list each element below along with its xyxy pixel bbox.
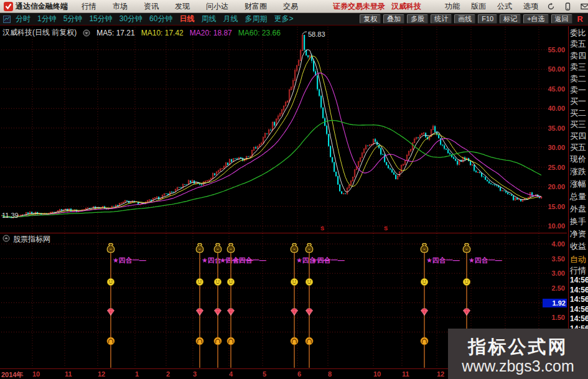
y-axis-label: 55.00 xyxy=(536,46,565,54)
right-panel-toggle[interactable]: R xyxy=(577,14,583,24)
period-tab-分时[interactable]: 分时 xyxy=(16,14,30,24)
smiley-icon xyxy=(227,278,234,285)
x-axis-label: 2 xyxy=(166,370,170,378)
period-tab-1分钟[interactable]: 1分钟 xyxy=(37,14,57,24)
toolbar-button-标记[interactable]: 标记 xyxy=(500,14,521,24)
menu-item-行情[interactable]: 行情 xyxy=(82,1,96,12)
gem-icon xyxy=(291,309,298,316)
panel-divider xyxy=(0,233,567,233)
refresh-icon[interactable] xyxy=(547,2,555,11)
indicator-panel-header: 股票指标网 xyxy=(2,234,50,245)
period-tab-日线[interactable]: 日线 xyxy=(179,14,194,24)
menu-item-选项[interactable]: 选项 xyxy=(523,1,538,12)
quote-row-label: 净资 xyxy=(570,228,588,240)
chart-title: 汉威科技(日线 前复权) xyxy=(2,27,77,38)
toolbar-button-+自选[interactable]: +自选 xyxy=(523,14,548,24)
indicator-current-value: 1.92 xyxy=(543,299,567,307)
smiley-icon xyxy=(421,278,427,285)
quote-row-label: 买五 xyxy=(570,142,588,153)
stock-name-alert[interactable]: 汉威科技 xyxy=(391,1,421,12)
watermark: 指标公式网 www.zbgs3.com xyxy=(448,329,588,379)
gem-icon xyxy=(108,309,114,316)
x-axis-label: 6 xyxy=(297,370,301,378)
gem-icon xyxy=(228,309,235,316)
x-axis-label: 11 xyxy=(402,370,409,378)
peak-price-label: 58.83 xyxy=(308,30,325,38)
period-tab-周线[interactable]: 周线 xyxy=(201,14,216,24)
main-menu: 行情市场资讯发现问小达财富圈交易 xyxy=(82,1,298,12)
gridlines xyxy=(1,27,566,368)
period-tab-30分钟[interactable]: 30分钟 xyxy=(119,14,142,24)
watermark-url: www.zbgs3.com xyxy=(448,357,588,375)
y-axis-label: 2.50 xyxy=(536,284,565,292)
money-bag-icon xyxy=(227,243,235,252)
smiley-icon xyxy=(214,278,221,285)
ingot-icon xyxy=(291,337,298,345)
y-axis-label: 40.00 xyxy=(536,105,565,112)
menu-item-发现[interactable]: 发现 xyxy=(175,1,190,12)
menu-item-资讯[interactable]: 资讯 xyxy=(144,1,159,12)
signal-label: ★四合一— xyxy=(113,256,146,264)
period-tab-月线[interactable]: 月线 xyxy=(223,14,238,24)
app-title: 通达信金融终端 xyxy=(16,1,68,12)
period-tab-60分钟[interactable]: 60分钟 xyxy=(149,14,172,24)
indicator-panel-title[interactable]: 股票指标网 xyxy=(13,234,50,245)
chart-mode-icon[interactable] xyxy=(3,16,11,23)
toolbar-button-多股[interactable]: 多股 xyxy=(407,14,428,24)
smiley-icon xyxy=(291,278,297,285)
ma-value-label: MA10: 17.42 xyxy=(141,29,184,37)
mobile-icon[interactable] xyxy=(564,2,572,11)
tick-time: 14:56 xyxy=(570,305,588,314)
quote-row-label: 卖一 xyxy=(570,85,588,96)
menu-item-市场[interactable]: 市场 xyxy=(113,1,128,12)
y-axis-label: 30.00 xyxy=(536,144,565,151)
quote-row-label: 买二 xyxy=(570,108,588,119)
chart-canvas[interactable]: ★四合一—★四合一—★四合一—★四合一—★四合一—★四合一—★四合一—★四合一—… xyxy=(0,0,588,379)
toolbar-button-F10[interactable]: F10 xyxy=(478,14,497,24)
menu-item-公式[interactable]: 公式 xyxy=(497,1,512,12)
quote-row-label: 买一 xyxy=(570,96,588,107)
menu-item-财富圈[interactable]: 财富圈 xyxy=(245,1,267,12)
collapse-icon[interactable] xyxy=(2,235,10,244)
toolbar-button-统计[interactable]: 统计 xyxy=(431,14,452,24)
money-bag-icon xyxy=(196,243,203,252)
mail-icon[interactable] xyxy=(581,2,588,11)
chart-header: 汉威科技(日线 前复权) MA5: 17.21MA10: 17.42MA20: … xyxy=(2,27,281,38)
smiley-icon xyxy=(107,278,114,285)
x-axis-label: 4 xyxy=(229,370,233,378)
toolbar-button-画线[interactable]: 画线 xyxy=(454,14,475,24)
trade-login-status[interactable]: 证券交易未登录 xyxy=(333,1,385,12)
toolbar-button-复权[interactable]: 复权 xyxy=(360,14,381,24)
toolbar-button-返回[interactable]: 返回 xyxy=(551,14,572,24)
toolbar-button-叠加[interactable]: 叠加 xyxy=(383,14,404,24)
tick-time: 14:56 xyxy=(570,314,588,323)
gem-icon xyxy=(306,309,313,316)
ingot-icon xyxy=(227,337,235,345)
y-axis-label: 45.00 xyxy=(536,85,565,93)
quote-row-label: 卖五 xyxy=(570,39,588,50)
ingot-icon xyxy=(306,337,313,345)
x-axis-label: 11 xyxy=(65,370,72,378)
ma-line xyxy=(2,121,541,217)
indicator-dropdown-icon[interactable] xyxy=(83,29,90,37)
menu-item-交易[interactable]: 交易 xyxy=(283,1,298,12)
y-axis-label: 1.50 xyxy=(536,314,565,321)
period-tab-多周期[interactable]: 多周期 xyxy=(245,14,267,24)
period-tab-5分钟[interactable]: 5分钟 xyxy=(63,14,83,24)
tdx-logo-icon xyxy=(4,2,13,11)
sidebar-quote-label: 行情 xyxy=(570,265,588,276)
ma-value-label: MA5: 17.21 xyxy=(96,29,134,37)
menu-item-功能[interactable]: 功能 xyxy=(445,1,460,12)
quote-row-label: 换手 xyxy=(570,216,588,227)
ingot-icon xyxy=(196,337,203,345)
quote-sidebar[interactable]: 委比卖五卖四卖三卖二卖一买一买二买三买四买五现价涨跌涨幅总量外盘换手净资收益自动… xyxy=(568,26,588,368)
period-tab-更多>[interactable]: 更多> xyxy=(274,14,293,24)
period-tab-15分钟[interactable]: 15分钟 xyxy=(89,14,112,24)
x-axis-label: 5 xyxy=(263,370,266,378)
money-bag-icon xyxy=(421,243,428,252)
gem-icon xyxy=(464,309,470,316)
menu-item-版面[interactable]: 版面 xyxy=(471,1,486,12)
quote-row-label: 收益 xyxy=(570,241,588,252)
y-axis-label: 25.00 xyxy=(536,164,565,171)
menu-item-问小达[interactable]: 问小达 xyxy=(206,1,228,12)
